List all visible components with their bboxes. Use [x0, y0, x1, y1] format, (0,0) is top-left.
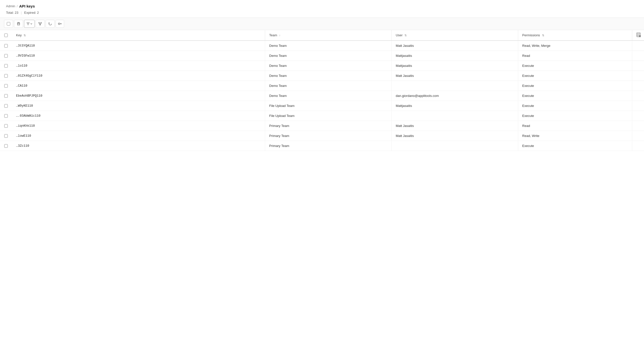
row-checkbox[interactable]: [4, 94, 8, 98]
row-user: Matt Jasaitis: [392, 131, 518, 141]
row-permissions: Read: [518, 121, 632, 131]
row-checkbox-cell: [0, 61, 12, 71]
breadcrumb-area: Admin / API keys: [0, 4, 644, 10]
row-checkbox-cell: [0, 131, 12, 141]
columns-settings-icon[interactable]: [636, 33, 641, 37]
table-row: …01ZX4GgClY110 Demo Team Matt Jasaitis E…: [0, 71, 644, 81]
breadcrumb-admin[interactable]: Admin: [6, 4, 15, 8]
breadcrumb: Admin / API keys: [6, 4, 638, 8]
svg-rect-1: [18, 23, 20, 25]
row-user: Mattjasaitis: [392, 61, 518, 71]
row-checkbox-cell: [0, 71, 12, 81]
table-row: ….03AbWA1c110 File Upload Team Execute: [0, 111, 644, 121]
table-container: Key ⇅ Team ↑ User ⇅ Permissions ⇅: [0, 30, 644, 151]
row-team: Primary Team: [265, 131, 392, 141]
row-key: …3Zc110: [12, 141, 265, 151]
row-checkbox[interactable]: [4, 74, 8, 78]
table-body: …3tSYQA110 Demo Team Matt Jasaitis Read,…: [0, 41, 644, 151]
table-row: …9VIGFw110 Demo Team Mattjasaitis Read: [0, 51, 644, 61]
row-checkbox-cell: [0, 81, 12, 91]
row-checkbox[interactable]: [4, 114, 8, 118]
row-user: Mattjasaitis: [392, 51, 518, 61]
th-checkbox: [0, 30, 12, 41]
filter-dropdown-icon: [30, 23, 32, 25]
row-user: Matt Jasaitis: [392, 71, 518, 81]
row-key: …lo110: [12, 61, 265, 71]
row-key: ….03AbWA1c110: [12, 111, 265, 121]
refresh-button[interactable]: [46, 20, 55, 28]
row-actions: [632, 51, 644, 61]
expired-stat: Expired: 2: [24, 11, 39, 15]
row-checkbox[interactable]: [4, 134, 8, 138]
svg-line-11: [40, 23, 41, 24]
delete-icon: [17, 22, 21, 26]
row-checkbox[interactable]: [4, 124, 8, 128]
add-key-button[interactable]: [56, 20, 64, 28]
delete-button[interactable]: [14, 20, 23, 28]
row-team: Demo Team: [265, 81, 392, 91]
row-actions: [632, 131, 644, 141]
row-team: Demo Team: [265, 51, 392, 61]
row-checkbox[interactable]: [4, 64, 8, 68]
row-key: …CA110: [12, 81, 265, 91]
header-checkbox[interactable]: [4, 34, 8, 37]
row-permissions: Read, Write, Merge: [518, 41, 632, 51]
stats-separator: |: [21, 11, 22, 15]
row-key: …W9yKE110: [12, 101, 265, 111]
row-permissions: Execute: [518, 111, 632, 121]
filter-button[interactable]: [24, 20, 35, 28]
row-checkbox[interactable]: [4, 84, 8, 88]
stats-area: Total: 23 | Expired: 2: [0, 10, 644, 18]
api-keys-table: Key ⇅ Team ↑ User ⇅ Permissions ⇅: [0, 30, 644, 151]
row-user: dan.giordano@applitools.com: [392, 91, 518, 101]
row-user: Matt Jasaitis: [392, 41, 518, 51]
toolbar: [0, 18, 644, 30]
row-actions: [632, 101, 644, 111]
svg-line-10: [39, 23, 40, 24]
table-row: …lowE110 Primary Team Matt Jasaitis Read…: [0, 131, 644, 141]
row-team: Demo Team: [265, 61, 392, 71]
row-user: [392, 81, 518, 91]
select-all-checkbox-btn[interactable]: [4, 20, 13, 28]
row-key: EbeAohBPJPQ110: [12, 91, 265, 101]
row-team: File Upload Team: [265, 111, 392, 121]
row-user: Matt Jasaitis: [392, 121, 518, 131]
row-key: …3tSYQA110: [12, 41, 265, 51]
row-actions: [632, 111, 644, 121]
add-key-icon: [58, 22, 62, 26]
row-team: Demo Team: [265, 71, 392, 81]
table-row: EbeAohBPJPQ110 Demo Team dan.giordano@ap…: [0, 91, 644, 101]
row-checkbox[interactable]: [4, 104, 8, 108]
th-user[interactable]: User ⇅: [392, 30, 518, 41]
row-actions: [632, 61, 644, 71]
th-key[interactable]: Key ⇅: [12, 30, 265, 41]
key-sort-icon: ⇅: [24, 34, 26, 37]
table-row: …lo110 Demo Team Mattjasaitis Execute: [0, 61, 644, 71]
page-wrapper: Admin / API keys Total: 23 | Expired: 2: [0, 0, 644, 351]
row-permissions: Read, Write: [518, 131, 632, 141]
th-team[interactable]: Team ↑: [265, 30, 392, 41]
svg-point-16: [59, 24, 59, 24]
row-checkbox[interactable]: [4, 54, 8, 58]
row-team: Primary Team: [265, 141, 392, 151]
row-checkbox-cell: [0, 111, 12, 121]
row-checkbox[interactable]: [4, 44, 8, 48]
table-row: …3tSYQA110 Demo Team Matt Jasaitis Read,…: [0, 41, 644, 51]
row-permissions: Execute: [518, 61, 632, 71]
row-checkbox[interactable]: [4, 144, 8, 148]
merge-button[interactable]: [36, 20, 45, 28]
select-all-checkbox[interactable]: [7, 22, 10, 26]
table-row: …W9yKE110 File Upload Team Mattjasaitis …: [0, 101, 644, 111]
table-row: …iqnKhk110 Primary Team Matt Jasaitis Re…: [0, 121, 644, 131]
row-actions: [632, 41, 644, 51]
row-actions: [632, 121, 644, 131]
merge-icon: [38, 22, 42, 26]
svg-point-8: [41, 22, 42, 23]
th-permissions[interactable]: Permissions ⇅: [518, 30, 632, 41]
row-checkbox-cell: [0, 141, 12, 151]
row-actions: [632, 71, 644, 81]
table-header-row: Key ⇅ Team ↑ User ⇅ Permissions ⇅: [0, 30, 644, 41]
svg-point-9: [40, 24, 41, 25]
row-permissions: Execute: [518, 141, 632, 151]
row-permissions: Execute: [518, 71, 632, 81]
